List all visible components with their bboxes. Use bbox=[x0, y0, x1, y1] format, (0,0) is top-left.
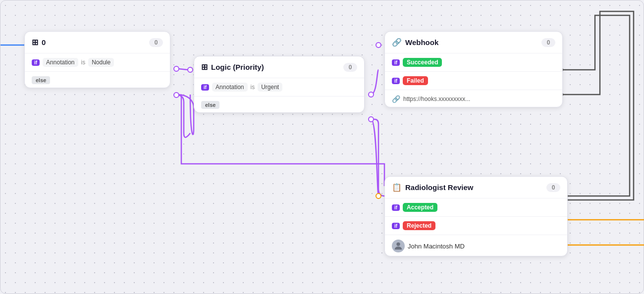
logic-priority-if-row: if Annotation is Urgent bbox=[194, 79, 364, 95]
reviewer-row: John Macintosh MD bbox=[385, 236, 567, 256]
failed-badge: Failed bbox=[403, 76, 428, 85]
logic-priority-icon: ⊞ bbox=[201, 62, 208, 72]
review-icon: 📋 bbox=[392, 183, 402, 192]
annotation-chip-2: Annotation bbox=[212, 83, 247, 92]
annotation-chip: Annotation bbox=[43, 58, 78, 67]
radiologist-review-node[interactable]: 📋 Radiologist Review 0 if Accepted if Re… bbox=[384, 176, 568, 256]
urgent-chip: Urgent bbox=[258, 83, 282, 92]
webhook-url-row: 🔗 https://hooks.xxxxxxxxx... bbox=[385, 91, 562, 107]
logic-priority-title: Logic (Priority) bbox=[211, 63, 264, 71]
else-tag: else bbox=[32, 76, 50, 84]
webhook-title: Webhook bbox=[405, 38, 438, 47]
workflow-canvas: ⊞ 0 0 if Annotation is Nodule else ⊞ Log… bbox=[0, 0, 644, 294]
if-tag-5: if bbox=[392, 204, 400, 211]
rejected-row: if Rejected bbox=[385, 218, 567, 234]
webhook-url: https://hooks.xxxxxxxxx... bbox=[403, 96, 470, 102]
if-tag-3: if bbox=[392, 59, 400, 66]
if-tag-6: if bbox=[392, 223, 400, 229]
rejected-badge: Rejected bbox=[403, 221, 435, 230]
webhook-succeeded-row: if Succeeded bbox=[385, 54, 562, 70]
radiologist-title: Radiologist Review bbox=[405, 183, 474, 192]
webhook-header: 🔗 Webhook 0 bbox=[385, 32, 562, 52]
accepted-row: if Accepted bbox=[385, 199, 567, 215]
else-tag-2: else bbox=[201, 101, 219, 109]
svg-point-12 bbox=[376, 43, 381, 48]
is-label: is bbox=[81, 59, 86, 66]
nodule-chip: Nodule bbox=[88, 58, 114, 67]
avatar bbox=[392, 240, 405, 252]
svg-point-6 bbox=[369, 117, 374, 122]
logic-node-header: ⊞ 0 0 bbox=[25, 32, 170, 52]
reviewer-name: John Macintosh MD bbox=[408, 243, 465, 250]
radiologist-header: 📋 Radiologist Review 0 bbox=[385, 177, 567, 197]
radiologist-badge: 0 bbox=[546, 183, 560, 192]
logic-node[interactable]: ⊞ 0 0 if Annotation is Nodule else bbox=[24, 31, 170, 88]
succeeded-badge: Succeeded bbox=[403, 58, 442, 67]
logic-icon: ⊞ bbox=[32, 38, 38, 47]
webhook-icon: 🔗 bbox=[392, 38, 402, 47]
svg-point-7 bbox=[369, 92, 374, 97]
logic-priority-node[interactable]: ⊞ Logic (Priority) 0 if Annotation is Ur… bbox=[194, 56, 365, 113]
svg-point-4 bbox=[188, 67, 193, 72]
webhook-node[interactable]: 🔗 Webhook 0 if Succeeded if Failed 🔗 htt… bbox=[384, 31, 563, 107]
logic-else-row: else bbox=[25, 73, 170, 88]
svg-point-5 bbox=[174, 93, 179, 98]
logic-node-badge: 0 bbox=[149, 38, 163, 47]
webhook-failed-row: if Failed bbox=[385, 73, 562, 89]
is-label-2: is bbox=[251, 84, 255, 91]
svg-point-13 bbox=[376, 194, 381, 198]
logic-if-row: if Annotation is Nodule bbox=[25, 54, 170, 70]
if-tag-4: if bbox=[392, 78, 400, 84]
accepted-badge: Accepted bbox=[403, 203, 437, 212]
svg-point-14 bbox=[396, 243, 400, 246]
link-icon: 🔗 bbox=[392, 95, 400, 103]
if-tag: if bbox=[32, 59, 40, 66]
if-tag-2: if bbox=[201, 84, 209, 91]
logic-node-title: 0 bbox=[42, 38, 46, 47]
webhook-badge: 0 bbox=[541, 38, 555, 47]
logic-priority-header: ⊞ Logic (Priority) 0 bbox=[194, 56, 364, 77]
logic-priority-else-row: else bbox=[194, 98, 364, 112]
svg-point-3 bbox=[174, 66, 179, 71]
logic-priority-badge: 0 bbox=[343, 63, 357, 72]
